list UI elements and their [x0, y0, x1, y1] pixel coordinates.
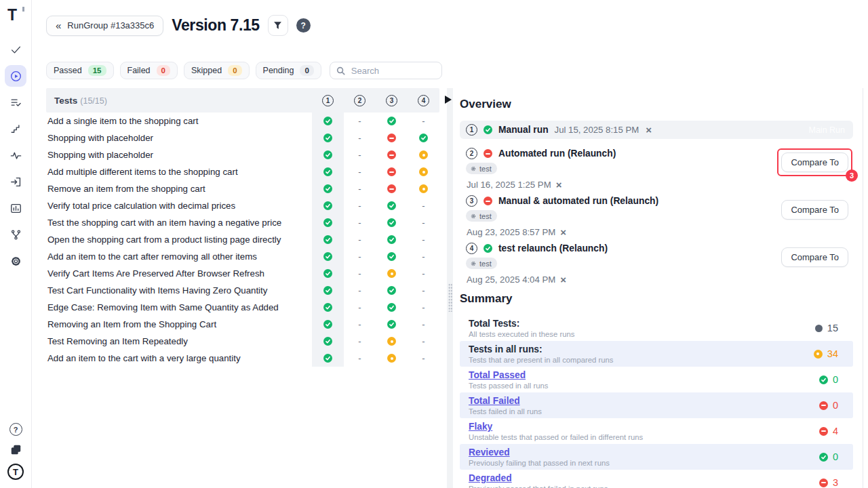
splitter-grip-handle[interactable]: [448, 283, 452, 312]
summary-link[interactable]: Total Passed: [469, 370, 526, 380]
settings-gear-icon[interactable]: [5, 250, 26, 272]
filter-chip-passed[interactable]: Passed15: [46, 62, 114, 79]
summary-subtitle: Tests that are present in all compared r…: [469, 356, 814, 364]
not-run-dash: -: [358, 336, 361, 346]
summary-link[interactable]: Revieved: [469, 447, 510, 458]
summary-link[interactable]: Total Failed: [469, 396, 520, 406]
failed-icon: [819, 479, 828, 487]
import-icon[interactable]: [5, 171, 26, 192]
run-column-header[interactable]: 2: [344, 95, 376, 106]
help-button[interactable]: ?: [296, 18, 311, 33]
status-cell: -: [408, 299, 439, 316]
summary-value: 0: [819, 451, 846, 462]
passed-icon: [387, 218, 396, 227]
passed-icon: [323, 337, 332, 346]
summary-link[interactable]: Degraded: [469, 473, 512, 483]
table-row[interactable]: Add an item to the cart with a very larg…: [46, 350, 439, 367]
table-row[interactable]: Remove an item from the shopping cart-: [46, 180, 439, 197]
table-row[interactable]: Add an item to the cart after removing a…: [46, 248, 439, 265]
run-column-header[interactable]: 4: [408, 95, 439, 106]
sidebar-bottom: ? T: [7, 423, 24, 480]
status-cell: -: [344, 265, 376, 282]
test-plans-icon[interactable]: [5, 92, 26, 113]
filter-chip-skipped[interactable]: Skipped0: [184, 62, 250, 79]
status-cell: -: [344, 197, 376, 214]
compare-to-button[interactable]: Compare To: [781, 200, 848, 220]
passed-icon: [323, 184, 332, 193]
run-tag[interactable]: test: [466, 163, 497, 174]
table-row[interactable]: Shopping with placeholder-: [46, 129, 439, 146]
run-column-header[interactable]: 1: [312, 95, 344, 106]
search-field[interactable]: [350, 65, 435, 77]
skipped-icon: [387, 269, 396, 278]
not-run-dash: -: [422, 353, 425, 363]
filter-chip-failed[interactable]: Failed0: [120, 62, 178, 79]
summary-value: 0: [819, 400, 846, 411]
table-row[interactable]: Add multiple different items to the shop…: [46, 163, 439, 180]
app-logo-icon[interactable]: T: [7, 6, 24, 24]
compare-to-button[interactable]: Compare To: [781, 152, 848, 172]
table-row[interactable]: Removing an Item from the Shopping Cart-…: [46, 316, 439, 333]
remove-run-icon[interactable]: ×: [560, 274, 566, 285]
chip-count-badge: 0: [228, 65, 241, 76]
not-run-dash: -: [358, 116, 361, 126]
table-row[interactable]: Test Cart Functionality with Items Havin…: [46, 282, 439, 299]
projects-icon[interactable]: [9, 443, 22, 456]
not-run-dash: -: [358, 285, 361, 296]
skipped-icon: [387, 354, 396, 363]
test-name: Shopping with placeholder: [46, 133, 312, 143]
branch-icon[interactable]: [5, 224, 26, 245]
table-row[interactable]: Edge Case: Removing Item with Same Quant…: [46, 299, 439, 316]
pulse-icon[interactable]: [5, 144, 26, 166]
run-tag[interactable]: test: [466, 258, 497, 269]
not-run-dash: -: [358, 251, 361, 262]
not-run-dash: -: [422, 336, 425, 346]
run-tag[interactable]: test: [466, 210, 497, 222]
help-circle-icon[interactable]: ?: [9, 423, 22, 436]
status-cell: [376, 333, 408, 350]
compare-to-button[interactable]: Compare To: [781, 247, 848, 267]
table-row[interactable]: Shopping with placeholder-: [46, 146, 439, 163]
account-logo-icon[interactable]: T: [7, 464, 24, 480]
tests-count: (15/15): [80, 96, 107, 106]
table-row[interactable]: Test the shopping cart with an item havi…: [46, 214, 439, 231]
status-cell: -: [344, 180, 376, 197]
status-cell: [312, 197, 344, 214]
run-number-icon: 1: [466, 124, 477, 136]
summary-link[interactable]: Flaky: [469, 422, 492, 432]
run-date: Jul 15, 2025 8:15 PM: [555, 125, 639, 135]
status-cell: [408, 129, 439, 146]
summary-row: FlakyUnstable tests that passed or faile…: [460, 418, 853, 444]
filter-chip-pending[interactable]: Pending0: [256, 62, 321, 79]
collapse-panel-icon[interactable]: [445, 96, 452, 104]
table-row[interactable]: Verify Cart Items Are Preserved After Br…: [46, 265, 439, 282]
run-number-icon: 2: [354, 95, 366, 106]
table-row[interactable]: Open the shopping cart from a product li…: [46, 231, 439, 248]
remove-run-icon[interactable]: ×: [646, 125, 652, 135]
run-column-header[interactable]: 3: [376, 95, 408, 106]
table-row[interactable]: Test Removing an Item Repeatedly--: [46, 333, 439, 350]
skipped-icon: [419, 150, 428, 159]
status-cell: -: [408, 333, 439, 350]
double-chevron-left-icon: «: [56, 20, 61, 30]
table-row[interactable]: Verify total price calculation with deci…: [46, 197, 439, 214]
summary-value: 3: [819, 477, 846, 488]
table-row[interactable]: Add a single item to the shopping cart--: [46, 113, 439, 129]
passed-icon: [323, 134, 332, 142]
tests-icon[interactable]: [5, 39, 26, 60]
runs-icon[interactable]: [5, 65, 26, 87]
summary-heading: Summary: [460, 292, 853, 306]
comparison-panel: Overview 1Manual runJul 15, 2025 8:15 PM…: [460, 88, 853, 488]
not-run-dash: -: [422, 268, 425, 279]
search-input[interactable]: [330, 62, 442, 79]
passed-icon: [323, 201, 332, 210]
run-number-icon: 3: [386, 95, 397, 106]
filter-funnel-button[interactable]: [268, 15, 288, 36]
passed-icon: [387, 252, 396, 261]
rungroup-back-button[interactable]: « RunGroup #13a335c6: [46, 16, 163, 36]
search-icon: [336, 66, 345, 75]
main-run-row[interactable]: 1Manual runJul 15, 2025 8:15 PM×Main Run: [460, 121, 853, 139]
analytics-icon[interactable]: [5, 197, 26, 219]
steps-icon[interactable]: [5, 118, 26, 140]
not-run-dash: -: [358, 184, 361, 194]
